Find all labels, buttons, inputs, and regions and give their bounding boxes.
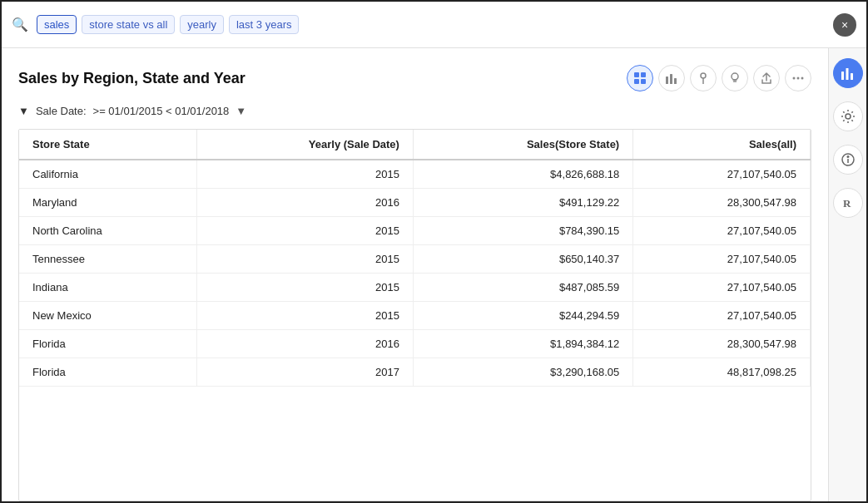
content-header: Sales by Region, State and Year xyxy=(18,65,811,91)
cell-sales-state: $1,894,384.12 xyxy=(413,330,632,358)
svg-rect-2 xyxy=(634,79,639,84)
svg-point-12 xyxy=(801,77,804,80)
tag-sales-tag: sales xyxy=(37,15,77,34)
data-table: Store State Yearly (Sale Date) Sales(Sto… xyxy=(19,130,811,387)
cell-state: New Mexico xyxy=(19,302,196,330)
cell-sales-state: $4,826,688.18 xyxy=(413,160,632,189)
svg-point-16 xyxy=(846,114,851,119)
svg-rect-15 xyxy=(851,73,853,80)
table-row: North Carolina 2015 $784,390.15 27,107,5… xyxy=(19,217,811,245)
settings-sidebar-button[interactable] xyxy=(833,101,863,131)
share-button[interactable] xyxy=(753,65,780,91)
pin-icon xyxy=(697,72,710,85)
bar-chart-sidebar-button[interactable] xyxy=(833,58,863,88)
svg-point-11 xyxy=(797,77,800,80)
cell-sales-all: 27,107,540.05 xyxy=(633,245,811,274)
col-yearly: Yearly (Sale Date) xyxy=(196,130,413,160)
right-sidebar: R xyxy=(828,48,866,501)
info-sidebar-button[interactable] xyxy=(833,145,863,175)
cell-state: Florida xyxy=(19,330,196,358)
r-logo-sidebar-button[interactable]: R xyxy=(833,188,863,218)
filter-dropdown-button[interactable]: ▼ xyxy=(236,105,246,117)
table-row: Florida 2016 $1,894,384.12 28,300,547.98 xyxy=(19,330,811,358)
content-area: Sales by Region, State and Year xyxy=(2,48,828,501)
search-bar: 🔍 salesstore state vs allyearlylast 3 ye… xyxy=(2,2,866,48)
svg-rect-0 xyxy=(634,72,639,77)
tag-years-tag: last 3 years xyxy=(229,15,299,34)
filter-icon: ▼ xyxy=(18,105,29,117)
cell-year: 2017 xyxy=(196,358,413,387)
cell-sales-state: $650,140.37 xyxy=(413,245,632,274)
cell-year: 2016 xyxy=(196,330,413,358)
cell-state: Maryland xyxy=(19,189,196,217)
svg-rect-1 xyxy=(641,72,646,77)
filter-value: >= 01/01/2015 < 01/01/2018 xyxy=(93,105,230,117)
pin-button[interactable] xyxy=(690,65,717,91)
svg-point-10 xyxy=(793,77,796,80)
filter-label: Sale Date: xyxy=(36,105,87,117)
main-content: Sales by Region, State and Year xyxy=(2,48,866,501)
table-body: California 2015 $4,826,688.18 27,107,540… xyxy=(19,160,811,387)
cell-state: Indiana xyxy=(19,274,196,302)
table-header-row: Store State Yearly (Sale Date) Sales(Sto… xyxy=(19,130,811,160)
bar-chart-icon xyxy=(665,72,678,85)
table-row: New Mexico 2015 $244,294.59 27,107,540.0… xyxy=(19,302,811,330)
cell-state: Florida xyxy=(19,358,196,387)
bulb-button[interactable] xyxy=(722,65,748,91)
tag-yearly-tag: yearly xyxy=(180,15,224,34)
table-row: Maryland 2016 $491,129.22 28,300,547.98 xyxy=(19,189,811,217)
bar-chart-button[interactable] xyxy=(658,65,685,91)
svg-rect-13 xyxy=(841,72,844,80)
col-store-state: Store State xyxy=(19,130,196,160)
tag-state-tag: store state vs all xyxy=(82,15,175,34)
cell-sales-state: $487,085.59 xyxy=(413,274,632,302)
svg-rect-14 xyxy=(846,68,848,80)
col-sales-state: Sales(Store State) xyxy=(413,130,632,160)
cell-sales-all: 28,300,547.98 xyxy=(633,189,811,217)
svg-rect-4 xyxy=(666,76,668,84)
cell-sales-state: $244,294.59 xyxy=(413,302,632,330)
cell-sales-all: 27,107,540.05 xyxy=(633,274,811,302)
table-row: Florida 2017 $3,290,168.05 48,817,098.25 xyxy=(19,358,811,387)
svg-point-19 xyxy=(847,156,849,158)
cell-sales-all: 27,107,540.05 xyxy=(633,302,811,330)
table-row: California 2015 $4,826,688.18 27,107,540… xyxy=(19,160,811,189)
toolbar-icons xyxy=(627,65,811,91)
cell-year: 2015 xyxy=(196,302,413,330)
cell-year: 2016 xyxy=(196,189,413,217)
cell-year: 2015 xyxy=(196,217,413,245)
bulb-icon xyxy=(728,72,742,85)
table-view-button[interactable] xyxy=(627,65,653,91)
table-row: Tennessee 2015 $650,140.37 27,107,540.05 xyxy=(19,245,811,274)
cell-year: 2015 xyxy=(196,274,413,302)
cell-state: North Carolina xyxy=(19,217,196,245)
svg-text:R: R xyxy=(843,197,851,210)
cell-year: 2015 xyxy=(196,160,413,189)
cell-sales-all: 48,817,098.25 xyxy=(633,358,811,387)
cell-sales-state: $491,129.22 xyxy=(413,189,632,217)
cell-sales-all: 27,107,540.05 xyxy=(633,217,811,245)
table-row: Indiana 2015 $487,085.59 27,107,540.05 xyxy=(19,274,811,302)
cell-sales-all: 28,300,547.98 xyxy=(633,330,811,358)
more-icon xyxy=(791,72,805,85)
col-sales-all: Sales(all) xyxy=(633,130,811,160)
cell-sales-all: 27,107,540.05 xyxy=(633,160,811,189)
svg-point-9 xyxy=(732,73,738,80)
search-tags: salesstore state vs allyearlylast 3 year… xyxy=(37,15,299,34)
cell-year: 2015 xyxy=(196,245,413,274)
close-button[interactable]: × xyxy=(833,13,856,37)
share-icon xyxy=(760,72,773,85)
cell-state: Tennessee xyxy=(19,245,196,274)
search-icon: 🔍 xyxy=(12,17,28,32)
report-title: Sales by Region, State and Year xyxy=(18,70,246,87)
cell-sales-state: $3,290,168.05 xyxy=(413,358,632,387)
svg-rect-6 xyxy=(674,78,677,84)
table-icon xyxy=(633,72,647,85)
data-table-wrap: Store State Yearly (Sale Date) Sales(Sto… xyxy=(18,129,811,501)
more-button[interactable] xyxy=(785,65,811,91)
filter-row: ▼ Sale Date: >= 01/01/2015 < 01/01/2018 … xyxy=(18,105,811,117)
cell-state: California xyxy=(19,160,196,189)
cell-sales-state: $784,390.15 xyxy=(413,217,632,245)
svg-rect-5 xyxy=(670,74,672,84)
svg-point-7 xyxy=(701,73,706,78)
